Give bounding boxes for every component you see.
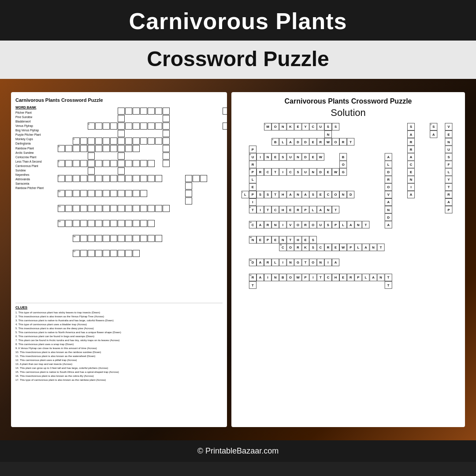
solution-cell: T: [347, 138, 354, 145]
header-black: Carnivorous Plants: [0, 0, 476, 41]
left-card-title: Carnivorous Plants Crossword Puzzle: [15, 97, 223, 103]
solution-cell: O: [309, 259, 317, 266]
solution-cell: G: [339, 168, 347, 176]
solution-cell: S: [445, 153, 452, 160]
blank-cell: [118, 205, 125, 212]
blank-cell: [80, 145, 87, 152]
blank-cell: [103, 220, 110, 227]
solution-cell: I: [279, 259, 286, 266]
solution-cell: E: [332, 244, 339, 251]
blank-cell: [95, 220, 102, 227]
blank-cell: [103, 235, 110, 242]
clue-item: 4. This type of carnivorous plant uses a…: [15, 323, 223, 327]
clues-list: 1. This type of carnivorous plant has st…: [15, 311, 223, 382]
blank-cell: [88, 205, 95, 212]
right-puzzle-card: Carnivorous Plants Crossword Puzzle Solu…: [231, 92, 465, 427]
solution-cell: P: [347, 244, 354, 251]
solution-cell: 5P: [249, 168, 257, 176]
solution-cell: E: [445, 130, 452, 138]
blank-cell: [80, 205, 87, 212]
blank-cell: [140, 220, 147, 227]
blank-cell: [103, 175, 110, 182]
blank-cell: [118, 115, 125, 122]
solution-cell: A: [385, 153, 392, 160]
solution-cell: T: [445, 183, 452, 191]
solution-cell: 1M: [264, 123, 271, 130]
blank-cell: [65, 190, 72, 197]
solution-cell: I: [407, 183, 415, 191]
solution-cell: L: [271, 259, 279, 266]
solution-cell: S: [407, 123, 415, 130]
solution-cell: N: [264, 153, 271, 160]
blank-cell: [125, 175, 132, 182]
solution-cell: R: [294, 206, 301, 213]
solution-cell: A: [407, 130, 415, 138]
blank-cell: [95, 235, 102, 242]
blank-cell: [185, 175, 192, 182]
main-subtitle: Crossword Puzzle: [0, 47, 476, 71]
solution-cell: I: [309, 274, 317, 281]
blank-cell: [80, 250, 87, 257]
blank-cell: [163, 123, 170, 130]
solution-cell: E: [317, 191, 324, 198]
blank-cell: [73, 205, 80, 212]
blank-cell: [118, 167, 125, 175]
solution-cell: R: [324, 244, 332, 251]
solution-cell: P: [445, 206, 452, 213]
clues-title: CLUES: [15, 305, 223, 309]
blank-cell: [125, 145, 132, 152]
blank-cell: [110, 235, 117, 242]
solution-cell: R: [257, 168, 264, 176]
blank-cell: [95, 123, 102, 130]
blank-cell: 7: [58, 175, 65, 182]
solution-cell: E: [271, 153, 279, 160]
solution-cell: 16D: [249, 259, 257, 266]
blank-cell: [133, 220, 140, 227]
solution-cell: E: [294, 123, 301, 130]
solution-cell: L: [362, 274, 369, 281]
solution-cell: E: [339, 274, 347, 281]
word-bank-items: Pitcher PlantPine SundewBladderwortVenus…: [15, 111, 55, 190]
solution-cell: O: [385, 183, 392, 191]
crossword-area: 1234571213141617: [58, 105, 223, 299]
blank-cell: [118, 108, 125, 115]
left-puzzle-card: Carnivorous Plants Crossword Puzzle WORD…: [11, 92, 227, 427]
blank-cell: [155, 175, 162, 182]
solution-cell: P: [249, 191, 257, 198]
solution-cell: I: [324, 259, 332, 266]
blank-cell: [185, 190, 192, 197]
solution-cell: T: [249, 281, 257, 289]
solution-cell: V: [445, 123, 452, 130]
blank-cell: [110, 205, 117, 212]
solution-cell: I: [249, 198, 257, 206]
blank-cell: [65, 145, 72, 152]
blank-cell: [133, 123, 140, 130]
blank-cell: 3: [73, 138, 80, 145]
blank-cell: [125, 250, 132, 257]
blank-cell: [73, 190, 80, 197]
solution-cell: R: [264, 259, 271, 266]
solution-cell: 15C: [279, 244, 286, 251]
blank-cell: [88, 152, 95, 160]
blank-cell: [80, 138, 87, 145]
header-gray: Crossword Puzzle: [0, 41, 476, 79]
solution-cell: S: [309, 244, 317, 251]
solution-cell: N: [354, 221, 362, 228]
solution-cell: N: [317, 259, 324, 266]
solution-cell: E: [249, 183, 257, 191]
blank-cell: [88, 138, 95, 145]
blank-cell: [125, 235, 132, 242]
blank-cell: [110, 145, 117, 152]
blank-cell: [133, 205, 140, 212]
blank-cell: [155, 138, 162, 145]
solution-cell: D: [302, 153, 309, 160]
solution-cell: 7L: [242, 191, 249, 198]
solution-cell: A: [385, 221, 392, 228]
solution-cell: H: [279, 206, 286, 213]
solution-cell: P: [302, 274, 309, 281]
solution-cell: N: [369, 244, 377, 251]
solution-cell: I: [279, 221, 286, 228]
blank-cell: [125, 160, 132, 167]
solution-cell: D: [317, 168, 324, 176]
blank-cell: [80, 235, 87, 242]
